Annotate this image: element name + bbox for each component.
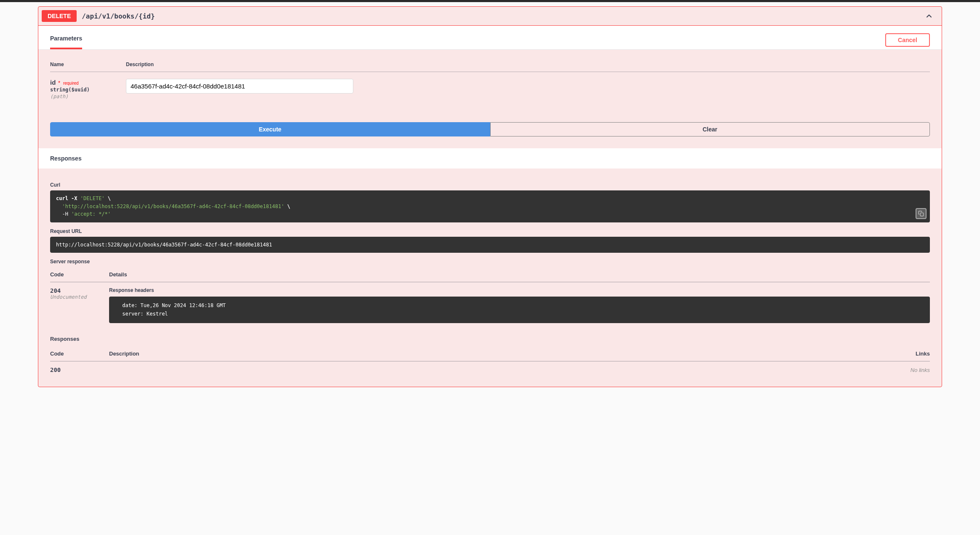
curl-bs1: \ (105, 195, 111, 201)
param-id-input[interactable] (126, 79, 353, 94)
copy-curl-button[interactable] (916, 208, 927, 219)
rl-col-description: Description (109, 346, 879, 361)
parameters-header: Parameters Cancel (38, 26, 942, 50)
required-label: required (63, 81, 79, 86)
curl-label: Curl (50, 182, 930, 188)
parameters-table: Name Description id * required string($u… (50, 57, 930, 110)
execute-button[interactable]: Execute (50, 122, 490, 136)
rl-status-code: 200 (50, 366, 109, 373)
request-url-label: Request URL (50, 228, 930, 234)
server-response-table: Code Details 204 Undocumented Response h… (50, 267, 930, 329)
response-headers-block: date: Tue,26 Nov 2024 12:46:18 GMT serve… (109, 297, 930, 323)
curl-bs2: \ (284, 203, 290, 209)
curl-header: 'accept: */*' (71, 211, 111, 217)
curl-indent2: -H (56, 211, 71, 217)
execute-row: Execute Clear (50, 122, 930, 136)
responses-title: Responses (50, 155, 930, 162)
curl-method: 'DELETE' (80, 195, 105, 201)
undocumented-label: Undocumented (50, 294, 109, 300)
param-in: (path) (50, 94, 126, 99)
request-url-block: http://localhost:5228/api/v1/books/46a35… (50, 237, 930, 253)
parameter-row-id: id * required string($uuid) (path) (50, 72, 930, 110)
no-links-label: No links (911, 367, 930, 373)
curl-url: 'http://localhost:5228/api/v1/books/46a3… (62, 203, 284, 209)
clipboard-icon (918, 211, 924, 217)
status-code: 204 (50, 287, 109, 294)
responses-list-table: Code Description Links 200 No links (50, 346, 930, 379)
curl-indent1 (56, 203, 62, 209)
col-description: Description (126, 57, 930, 72)
param-type: string($uuid) (50, 87, 126, 93)
responses-section-header: Responses (38, 148, 942, 169)
http-method-badge: DELETE (42, 10, 77, 22)
parameters-tab[interactable]: Parameters (50, 31, 82, 49)
response-headers-label: Response headers (109, 287, 930, 293)
rl-col-code: Code (50, 346, 109, 361)
required-star: * (56, 80, 60, 86)
chevron-up-icon[interactable] (923, 10, 935, 22)
parameters-body: Name Description id * required string($u… (38, 50, 942, 148)
operation-block-delete: DELETE /api/v1/books/{id} Parameters Can… (38, 6, 942, 387)
curl-cmd: curl -X (56, 195, 80, 201)
rl-col-links: Links (879, 346, 930, 361)
server-response-row: 204 Undocumented Response headers date: … (50, 282, 930, 329)
responses-list-label: Responses (50, 329, 930, 345)
operation-path: /api/v1/books/{id} (82, 12, 923, 20)
clear-button[interactable]: Clear (490, 122, 930, 136)
sr-col-details: Details (109, 267, 930, 282)
server-response-label: Server response (50, 259, 930, 265)
curl-block: curl -X 'DELETE' \ 'http://localhost:522… (50, 190, 930, 222)
cancel-button[interactable]: Cancel (885, 33, 930, 47)
operation-summary[interactable]: DELETE /api/v1/books/{id} (38, 7, 942, 26)
sr-col-code: Code (50, 267, 109, 282)
param-name: id (50, 79, 56, 86)
svg-rect-0 (920, 213, 924, 216)
responses-list-row: 200 No links (50, 361, 930, 379)
responses-body: Curl curl -X 'DELETE' \ 'http://localhos… (38, 169, 942, 387)
col-name: Name (50, 57, 126, 72)
